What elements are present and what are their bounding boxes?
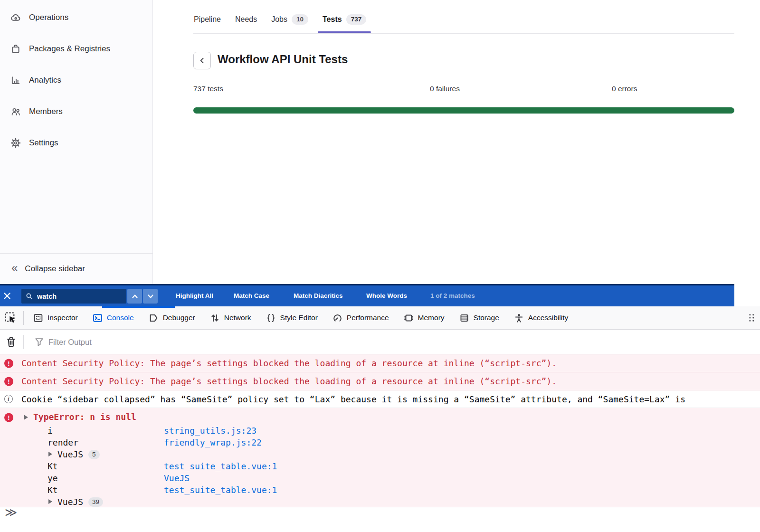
frame-source-link[interactable]: test_suite_table.vue:1 bbox=[164, 461, 277, 471]
tab-memory[interactable]: Memory bbox=[404, 313, 445, 323]
jobs-count-badge: 10 bbox=[292, 14, 308, 25]
package-icon bbox=[10, 44, 21, 54]
tab-label: Network bbox=[224, 314, 251, 322]
disclosure-triangle-icon[interactable] bbox=[48, 452, 52, 456]
tab-style-editor[interactable]: Style Editor bbox=[266, 313, 318, 323]
match-diacritics-toggle[interactable]: Match Diacritics bbox=[294, 292, 343, 299]
sidebar-item-analytics[interactable]: Analytics bbox=[0, 70, 152, 90]
console-message-csp-error[interactable]: ! Content Security Policy: The page’s se… bbox=[0, 354, 760, 372]
tab-label: Tests bbox=[323, 15, 342, 24]
match-case-toggle[interactable]: Match Case bbox=[234, 292, 269, 299]
storage-icon bbox=[459, 313, 469, 323]
toolbar-separator bbox=[23, 311, 24, 325]
sidebar-item-settings[interactable]: Settings bbox=[0, 133, 152, 153]
error-message-text: TypeError: n is null bbox=[33, 412, 136, 422]
back-button[interactable] bbox=[193, 52, 211, 69]
tab-label: Storage bbox=[474, 314, 499, 322]
error-icon: ! bbox=[4, 413, 13, 422]
stat-total-tests: 737 tests bbox=[193, 85, 223, 93]
console-message-typeerror: ! TypeError: n is null i string_utils.js… bbox=[0, 408, 760, 507]
stack-frame: ye VueJS bbox=[0, 473, 760, 484]
sidebar-item-label: Settings bbox=[29, 138, 58, 148]
tests-count-badge: 737 bbox=[346, 14, 367, 25]
error-icon: ! bbox=[4, 377, 13, 386]
more-tabs-icon[interactable] bbox=[747, 313, 757, 323]
tab-label: Console bbox=[107, 314, 134, 322]
stack-frame-group[interactable]: VueJS 5 bbox=[0, 449, 760, 461]
console-filter-bar bbox=[0, 330, 760, 354]
frame-function: Kt bbox=[48, 485, 58, 495]
sidebar-item-label: Members bbox=[29, 107, 63, 116]
frame-group-label: VueJS bbox=[57, 497, 83, 507]
find-toolbar: Highlight All Match Case Match Diacritic… bbox=[0, 284, 734, 306]
devtools-toolbox-tabbar: Inspector Console Debugger Network bbox=[0, 306, 760, 330]
find-next-button[interactable] bbox=[143, 289, 158, 304]
tab-label: Needs bbox=[235, 15, 257, 24]
frame-function: ye bbox=[48, 473, 58, 483]
tab-accessibility[interactable]: Accessibility bbox=[514, 313, 568, 323]
frame-function: Kt bbox=[48, 461, 58, 471]
chevron-left-icon bbox=[199, 57, 205, 64]
frame-group-label: VueJS bbox=[57, 449, 83, 459]
frame-source-link[interactable]: test_suite_table.vue:1 bbox=[164, 485, 277, 495]
console-message-text: Content Security Policy: The page’s sett… bbox=[21, 376, 557, 386]
tab-label: Jobs bbox=[271, 15, 287, 24]
tab-inspector[interactable]: Inspector bbox=[33, 313, 78, 323]
gitlab-page: Operations Packages & Registries Analyti… bbox=[0, 0, 760, 284]
tab-performance[interactable]: Performance bbox=[332, 313, 389, 323]
tab-network[interactable]: Network bbox=[210, 313, 251, 323]
sidebar-item-packages-registries[interactable]: Packages & Registries bbox=[0, 39, 152, 59]
frame-source-link[interactable]: VueJS bbox=[164, 473, 190, 483]
filter-output-input[interactable] bbox=[48, 335, 285, 349]
pick-element-icon[interactable] bbox=[4, 312, 17, 324]
frame-source-link[interactable]: friendly_wrap.js:22 bbox=[164, 437, 262, 447]
stack-frame: i string_utils.js:23 bbox=[0, 425, 760, 437]
test-results-progress-bar bbox=[193, 107, 734, 114]
disclosure-triangle-icon[interactable] bbox=[48, 499, 52, 504]
tab-console[interactable]: Console bbox=[93, 313, 134, 323]
analytics-icon bbox=[10, 75, 21, 86]
stack-frame-group[interactable]: VueJS 39 bbox=[0, 496, 760, 508]
stack-frame: render friendly_wrap.js:22 bbox=[0, 437, 760, 449]
toolbar-separator bbox=[23, 335, 24, 349]
gauge-icon bbox=[332, 313, 342, 323]
console-message-cookie-warning[interactable]: i Cookie “sidebar_collapsed” has “SameSi… bbox=[0, 390, 760, 408]
console-message-text: Cookie “sidebar_collapsed” has “SameSite… bbox=[21, 394, 685, 404]
tab-label: Style Editor bbox=[280, 314, 318, 322]
collapse-sidebar-button[interactable]: « Collapse sidebar bbox=[0, 253, 152, 284]
tab-needs[interactable]: Needs bbox=[235, 15, 257, 25]
find-previous-button[interactable] bbox=[127, 289, 142, 304]
close-icon[interactable] bbox=[3, 292, 11, 300]
tab-label: Performance bbox=[347, 314, 389, 322]
error-title-line[interactable]: ! TypeError: n is null bbox=[0, 410, 760, 425]
whole-words-toggle[interactable]: Whole Words bbox=[366, 292, 407, 299]
tab-pipeline[interactable]: Pipeline bbox=[194, 15, 221, 25]
sidebar: Operations Packages & Registries Analyti… bbox=[0, 0, 153, 284]
tab-storage[interactable]: Storage bbox=[459, 313, 499, 323]
frame-group-count-badge: 39 bbox=[88, 497, 103, 507]
disclosure-triangle-icon[interactable] bbox=[24, 415, 28, 420]
frame-function: i bbox=[48, 426, 53, 436]
operations-icon bbox=[10, 12, 21, 23]
stack-frame: Kt test_suite_table.vue:1 bbox=[0, 484, 760, 496]
find-input[interactable] bbox=[36, 292, 112, 301]
highlight-all-toggle[interactable]: Highlight All bbox=[176, 292, 213, 299]
sidebar-item-label: Operations bbox=[29, 13, 68, 22]
frame-function: render bbox=[48, 437, 78, 447]
members-icon bbox=[10, 106, 21, 117]
tab-debugger[interactable]: Debugger bbox=[149, 313, 195, 323]
pipeline-tabs: Pipeline Needs Jobs 10 Tests 737 bbox=[194, 14, 366, 26]
tab-label: Inspector bbox=[48, 314, 78, 322]
clear-console-trash-icon[interactable] bbox=[5, 336, 17, 348]
console-message-csp-error[interactable]: ! Content Security Policy: The page’s se… bbox=[0, 372, 760, 390]
console-message-text: Content Security Policy: The page’s sett… bbox=[21, 358, 557, 368]
console-input-prompt[interactable]: ≫ bbox=[5, 505, 17, 519]
sidebar-item-members[interactable]: Members bbox=[0, 102, 152, 122]
sidebar-item-operations[interactable]: Operations bbox=[0, 8, 152, 28]
frame-source-link[interactable]: string_utils.js:23 bbox=[164, 426, 256, 436]
tab-tests[interactable]: Tests 737 bbox=[323, 14, 366, 26]
stack-trace: i string_utils.js:23 render friendly_wra… bbox=[0, 425, 760, 508]
frame-group-count-badge: 5 bbox=[88, 450, 100, 459]
tab-label: Pipeline bbox=[194, 15, 221, 24]
tab-jobs[interactable]: Jobs 10 bbox=[271, 14, 308, 26]
